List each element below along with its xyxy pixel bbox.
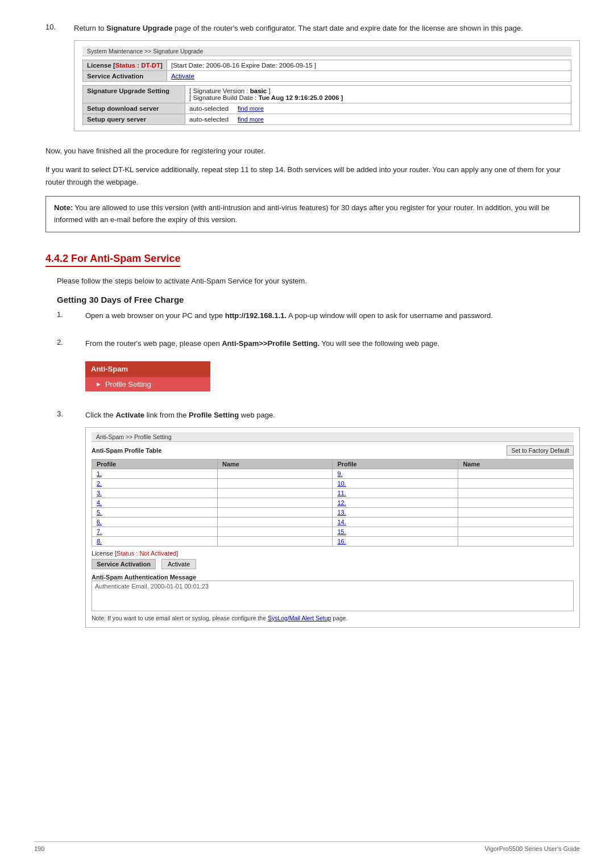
profile-link-right[interactable]: 14. <box>333 517 458 527</box>
profile-link-right[interactable]: 13. <box>333 507 458 517</box>
profile-name-right <box>458 478 574 488</box>
profile-name-left <box>217 488 333 498</box>
profile-link-right[interactable]: 12. <box>333 498 458 507</box>
auth-message-box[interactable]: Authenticate Email, 2000-01-01 00:01:23 <box>92 581 574 611</box>
step-2: 2. From the router's web page, please op… <box>57 338 580 399</box>
setup-query-label: Setup query server <box>83 114 185 124</box>
screenshot-signature-upgrade: System Maintenance >> Signature Upgrade … <box>74 40 580 131</box>
license-label: License [Status : DT-DT] <box>83 60 167 70</box>
profile-link-right[interactable]: 15. <box>333 527 458 536</box>
profile-name-left <box>217 498 333 507</box>
antispam-menu-title: Anti-Spam <box>85 361 210 377</box>
set-factory-default-button[interactable]: Set to Factory Default <box>507 445 574 456</box>
profile-name-left <box>217 527 333 536</box>
profile-link-left[interactable]: 6. <box>92 517 218 527</box>
note-box-1: Note: You are allowed to use this versio… <box>45 196 580 232</box>
step-3: 3. Click the Activate link from the Prof… <box>57 410 580 628</box>
license-dates: [Start Date: 2006-08-16 Expire Date: 200… <box>167 60 571 70</box>
product-name: VigorPro5500 Series User's Guide <box>484 845 580 852</box>
step-3-content: Click the Activate link from the Profile… <box>85 410 580 628</box>
service-activation-row: Service Activation Activate <box>92 559 574 569</box>
step-10-bold: Signature Upgrade <box>106 24 172 32</box>
step-1-content: Open a web browser on your PC and type h… <box>85 310 580 328</box>
profile-name-right <box>458 498 574 507</box>
sig-setting-value: [ Signature Version : basic ] [ Signatur… <box>185 85 571 103</box>
profile-name-right <box>458 527 574 536</box>
profile-link-right[interactable]: 9. <box>333 469 458 478</box>
antispam-submenu-label: Profile Setting <box>105 380 151 389</box>
submenu-arrow-icon: ► <box>96 381 102 387</box>
profile-name-right <box>458 488 574 498</box>
section-442-heading: 4.4.2 For Anti-Spam Service <box>45 253 180 267</box>
table-row: 1. 9. <box>92 469 574 478</box>
table-row: 6. 14. <box>92 517 574 527</box>
profile-name-left <box>217 507 333 517</box>
profile-link-left[interactable]: 5. <box>92 507 218 517</box>
page-number: 190 <box>34 845 44 852</box>
note-text: You are allowed to use this version (wit… <box>54 203 549 224</box>
profile-link-left[interactable]: 2. <box>92 478 218 488</box>
profile-link-left[interactable]: 8. <box>92 536 218 546</box>
license-row: License [Status : Not Activated] <box>92 550 574 557</box>
profile-inner-table: Profile Name Profile Name 1. 9. 2. 10. 3… <box>92 459 574 546</box>
profile-name-right <box>458 536 574 546</box>
profile-name-right <box>458 507 574 517</box>
sig-setting-label: Signature Upgrade Setting <box>83 85 185 103</box>
sig-version-row: [ Signature Version : basic ] <box>189 87 567 94</box>
setup-download-findmore[interactable]: find more <box>238 105 264 112</box>
section-442-intro: Please follow the steps below to activat… <box>57 275 580 287</box>
profile-link-right[interactable]: 16. <box>333 536 458 546</box>
col-profile-header: Profile <box>92 459 218 469</box>
table-row: 5. 13. <box>92 507 574 517</box>
profile-name-left <box>217 478 333 488</box>
step-1: 1. Open a web browser on your PC and typ… <box>57 310 580 328</box>
para-dt-kl: If you want to select DT-KL service addi… <box>45 164 580 188</box>
section-442: 4.4.2 For Anti-Spam Service <box>45 240 580 275</box>
step-2-number: 2. <box>57 338 85 399</box>
screenshot2-breadcrumb: Anti-Spam >> Profile Setting <box>92 432 574 442</box>
setup-query-findmore[interactable]: find more <box>238 116 264 123</box>
screenshot1-breadcrumb: System Maintenance >> Signature Upgrade <box>82 47 571 56</box>
subsection-getting-30-days: Getting 30 Days of Free Charge <box>57 295 580 304</box>
profile-link-right[interactable]: 10. <box>333 478 458 488</box>
syslog-mail-alert-link[interactable]: SysLog/Mail Alert Setup <box>268 615 331 621</box>
profile-name-left <box>217 517 333 527</box>
col-profile2-header: Profile <box>333 459 458 469</box>
table-row: 2. 10. <box>92 478 574 488</box>
profile-name-left <box>217 536 333 546</box>
table-row: 8. 16. <box>92 536 574 546</box>
screenshot-note: Note: If you want to use email alert or … <box>92 615 574 621</box>
activate-link[interactable]: Activate <box>167 70 571 81</box>
profile-link-left[interactable]: 7. <box>92 527 218 536</box>
setup-download-label: Setup download server <box>83 103 185 114</box>
step-10-content: Return to Signature Upgrade page of the … <box>74 23 580 135</box>
service-activation-label: Service Activation <box>83 70 167 81</box>
step-2-content: From the router's web page, please open … <box>85 338 580 399</box>
profile-name-right <box>458 469 574 478</box>
screenshot-profile-setting: Anti-Spam >> Profile Setting Anti-Spam P… <box>85 427 580 628</box>
col-name-header: Name <box>217 459 333 469</box>
col-name2-header: Name <box>458 459 574 469</box>
table-row: 7. 15. <box>92 527 574 536</box>
note-label: Note: <box>54 203 73 212</box>
profile-link-left[interactable]: 1. <box>92 469 218 478</box>
service-activation-label: Service Activation <box>92 559 156 569</box>
step-10: 10. Return to Signature Upgrade page of … <box>45 23 580 135</box>
para-finished: Now, you have finished all the procedure… <box>45 145 580 157</box>
signature-upgrade-table: License [Status : DT-DT] [Start Date: 20… <box>82 60 571 82</box>
anti-spam-profile-table-label: Anti-Spam Profile Table <box>92 447 161 454</box>
profile-name-left <box>217 469 333 478</box>
table-row: 3. 11. <box>92 488 574 498</box>
license-status: Status : Not Activated <box>117 550 176 557</box>
profile-link-left[interactable]: 4. <box>92 498 218 507</box>
activate-button[interactable]: Activate <box>161 559 196 569</box>
table-row: 4. 12. <box>92 498 574 507</box>
auth-message-section: Anti-Spam Authentication Message Authent… <box>92 574 574 611</box>
antispam-menu-screenshot: Anti-Spam ► Profile Setting <box>85 361 210 391</box>
antispam-profile-setting-item[interactable]: ► Profile Setting <box>85 377 210 391</box>
profile-name-right <box>458 517 574 527</box>
profile-link-left[interactable]: 3. <box>92 488 218 498</box>
step-10-number: 10. <box>45 23 74 135</box>
step-10-text: Return to Signature Upgrade page of the … <box>74 23 580 35</box>
profile-link-right[interactable]: 11. <box>333 488 458 498</box>
